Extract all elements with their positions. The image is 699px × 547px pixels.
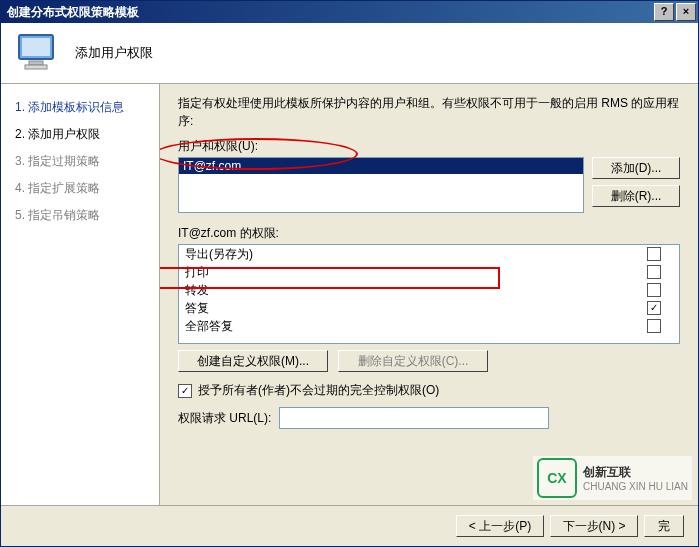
help-button[interactable]: ? — [654, 3, 674, 21]
users-label: 用户和权限(U): — [178, 138, 680, 155]
perm-row-forward[interactable]: 转发 — [179, 281, 679, 299]
create-custom-permission-button[interactable]: 创建自定义权限(M)... — [178, 350, 328, 372]
next-button[interactable]: 下一步(N) > — [550, 515, 638, 537]
step-num: 4. — [15, 181, 25, 195]
wizard-footer: < 上一步(P) 下一步(N) > 完 — [1, 505, 698, 546]
remove-user-button[interactable]: 删除(R)... — [592, 185, 680, 207]
step-1[interactable]: 1. 添加模板标识信息 — [1, 94, 159, 121]
header-subtitle: 添加用户权限 — [75, 44, 153, 62]
watermark-brand-py: CHUANG XIN HU LIAN — [583, 481, 688, 492]
step-3[interactable]: 3. 指定过期策略 — [1, 148, 159, 175]
perm-checkbox[interactable] — [647, 301, 661, 315]
svg-rect-1 — [22, 38, 50, 56]
step-2[interactable]: 2. 添加用户权限 — [1, 121, 159, 148]
step-label: 指定吊销策略 — [28, 208, 100, 222]
content-pane: 指定有权处理使用此模板所保护内容的用户和组。有些权限不可用于一般的启用 RMS … — [160, 84, 698, 505]
svg-rect-2 — [29, 61, 43, 65]
perm-label: 全部答复 — [185, 318, 233, 334]
perm-checkbox[interactable] — [647, 283, 661, 297]
custom-permission-buttons: 创建自定义权限(M)... 删除自定义权限(C)... — [178, 350, 680, 372]
perm-row-reply[interactable]: 答复 — [179, 299, 679, 317]
step-label: 指定过期策略 — [28, 154, 100, 168]
window-controls: ? × — [654, 3, 696, 21]
perm-row-export[interactable]: 导出(另存为) — [179, 245, 679, 263]
window-title: 创建分布式权限策略模板 — [7, 4, 654, 21]
user-buttons: 添加(D)... 删除(R)... — [592, 157, 680, 207]
step-5[interactable]: 5. 指定吊销策略 — [1, 202, 159, 229]
watermark-brand-cn: 创新互联 — [583, 464, 688, 481]
watermark-text: 创新互联 CHUANG XIN HU LIAN — [583, 464, 688, 492]
perm-row-print[interactable]: 打印 — [179, 263, 679, 281]
step-4[interactable]: 4. 指定扩展策略 — [1, 175, 159, 202]
steps-sidebar: 1. 添加模板标识信息 2. 添加用户权限 3. 指定过期策略 4. 指定扩展策… — [1, 84, 160, 505]
url-input[interactable] — [279, 407, 549, 429]
add-user-button[interactable]: 添加(D)... — [592, 157, 680, 179]
url-label: 权限请求 URL(L): — [178, 410, 271, 427]
permissions-label: IT@zf.com 的权限: — [178, 225, 680, 242]
grant-owner-label: 授予所有者(作者)不会过期的完全控制权限(O) — [198, 382, 439, 399]
monitor-icon — [17, 33, 59, 73]
perm-checkbox[interactable] — [647, 247, 661, 261]
svg-rect-3 — [25, 65, 47, 69]
perm-label: 导出(另存为) — [185, 246, 253, 262]
step-num: 2. — [15, 127, 25, 141]
perm-label: 打印 — [185, 264, 209, 280]
grant-owner-checkbox[interactable] — [178, 384, 192, 398]
body: 1. 添加模板标识信息 2. 添加用户权限 3. 指定过期策略 4. 指定扩展策… — [1, 84, 698, 505]
perm-row-reply-all[interactable]: 全部答复 — [179, 317, 679, 335]
perm-label: 答复 — [185, 300, 209, 316]
users-listbox[interactable]: IT@zf.com — [178, 157, 584, 213]
perm-checkbox[interactable] — [647, 265, 661, 279]
titlebar: 创建分布式权限策略模板 ? × — [1, 1, 698, 23]
step-label: 添加模板标识信息 — [28, 100, 124, 114]
users-row: IT@zf.com 添加(D)... 删除(R)... — [178, 157, 680, 213]
perm-label: 转发 — [185, 282, 209, 298]
user-item[interactable]: IT@zf.com — [179, 158, 583, 174]
dialog-window: 创建分布式权限策略模板 ? × 添加用户权限 1. 添加模板标识信息 2. — [0, 0, 699, 547]
header: 添加用户权限 — [1, 23, 698, 84]
prev-button[interactable]: < 上一步(P) — [456, 515, 544, 537]
delete-custom-permission-button[interactable]: 删除自定义权限(C)... — [338, 350, 488, 372]
watermark: CX 创新互联 CHUANG XIN HU LIAN — [533, 456, 692, 500]
finish-button[interactable]: 完 — [644, 515, 684, 537]
step-num: 5. — [15, 208, 25, 222]
close-button[interactable]: × — [676, 3, 696, 21]
description-text: 指定有权处理使用此模板所保护内容的用户和组。有些权限不可用于一般的启用 RMS … — [178, 94, 680, 130]
permissions-listbox[interactable]: 导出(另存为) 打印 转发 答复 全部答复 — [178, 244, 680, 344]
step-num: 3. — [15, 154, 25, 168]
url-row: 权限请求 URL(L): — [178, 407, 680, 429]
watermark-logo: CX — [537, 458, 577, 498]
step-label: 指定扩展策略 — [28, 181, 100, 195]
grant-owner-row[interactable]: 授予所有者(作者)不会过期的完全控制权限(O) — [178, 382, 680, 399]
step-num: 1. — [15, 100, 25, 114]
step-label: 添加用户权限 — [28, 127, 100, 141]
perm-checkbox[interactable] — [647, 319, 661, 333]
